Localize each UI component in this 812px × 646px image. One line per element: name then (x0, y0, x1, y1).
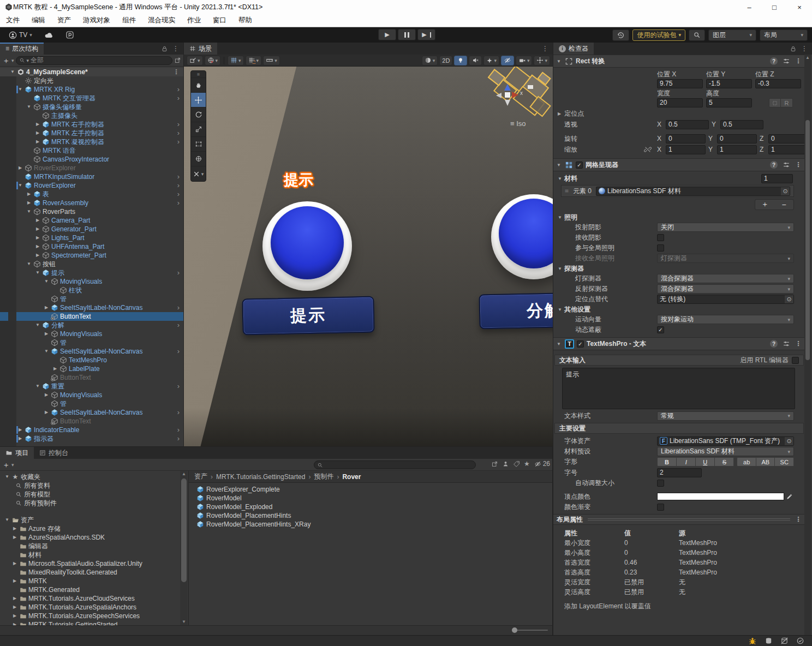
object-picker-icon[interactable]: ⊙ (781, 187, 790, 195)
rotation-z-field[interactable]: 0 (768, 134, 805, 143)
cloud-button[interactable] (40, 29, 58, 41)
menu-1[interactable]: 文件 (0, 14, 26, 27)
component-enabled-checkbox[interactable]: ✓ (577, 340, 584, 348)
file-item[interactable]: RoverModel_PlacementHints_XRay (189, 520, 552, 529)
foldout-arrow[interactable]: ▶ (34, 129, 41, 137)
folder-item[interactable]: ▶MRTK (0, 577, 180, 585)
foldout-arrow[interactable]: ▶ (25, 190, 33, 199)
hierarchy-item[interactable]: 柱状 (0, 286, 183, 295)
panel-menu-icon[interactable]: ⋮ (542, 45, 548, 52)
font-style-ab-button[interactable]: ab (737, 457, 756, 466)
hierarchy-item[interactable]: ▶Lights_Part (0, 234, 183, 242)
foldout-arrow[interactable]: ▼ (3, 516, 11, 524)
chevron-down-icon[interactable]: ▾ (201, 171, 204, 177)
foldout-arrow[interactable]: ▼ (3, 472, 11, 481)
material-object-field[interactable]: LiberationSans SDF 材料 ⊙ (596, 187, 790, 196)
folder-item[interactable]: 编辑器 (0, 542, 180, 551)
component-enabled-checkbox[interactable]: ✓ (576, 162, 583, 169)
pivot-y-field[interactable]: 0.5 (720, 120, 763, 129)
运动向量-dropdown[interactable]: 按对象运动▾ (657, 315, 794, 324)
hierarchy-item[interactable]: ▼SeeItSayItLabel-NonCanvas› (0, 347, 183, 356)
prefab-chevron-icon[interactable]: › (177, 120, 180, 129)
foldout-arrow[interactable]: ▶ (11, 577, 19, 585)
2d-mode-button[interactable]: 2D (439, 56, 452, 65)
menu-3[interactable]: 资产 (51, 14, 77, 27)
font-asset-field[interactable]: F LiberationSans SDF (TMP_Font 资产) ⊙ (657, 436, 794, 446)
hierarchy-item[interactable]: ▶MovingVisuals (0, 391, 183, 399)
shading-mode-button[interactable]: ▾ (422, 56, 438, 65)
hierarchy-item[interactable]: ▶表› (0, 190, 183, 199)
hidden-packages-toggle[interactable]: 26 (534, 460, 550, 468)
foldout-arrow[interactable]: ▼ (557, 59, 562, 64)
menu-8[interactable]: 窗口 (207, 14, 232, 27)
scene-button-hint[interactable] (262, 201, 352, 291)
hierarchy-item[interactable]: ▶指示器› (0, 434, 183, 443)
axis-gizmo[interactable]: x (495, 83, 523, 108)
scene-viewport[interactable]: 提示 分解 提示 x ≡ Iso ≡ (184, 67, 553, 446)
width-field[interactable]: 20 (657, 98, 703, 107)
foldout-arrow[interactable]: ▶ (11, 559, 19, 568)
foldout-arrow[interactable]: ▶ (34, 242, 41, 251)
灯探测器-dropdown[interactable]: 混合探测器▾ (657, 274, 794, 283)
folder-item[interactable]: ▶Microsoft.SpatialAudio.Spatializer.Unit… (0, 559, 180, 568)
layers-dropdown[interactable]: 图层 ▾ (708, 29, 756, 41)
favorites-item[interactable]: 所有模型 (0, 490, 180, 499)
material-element-row[interactable]: = 元素 0 LiberationSans SDF 材料 ⊙ (561, 185, 794, 197)
folder-item[interactable]: ▶Azure 存储 (0, 524, 180, 533)
foldout-arrow[interactable]: ▶ (16, 434, 24, 443)
remove-material-button[interactable]: − (774, 200, 793, 210)
foldout-arrow[interactable]: ▶ (16, 426, 24, 434)
hierarchy-item[interactable]: ButtonText (0, 312, 183, 321)
hierarchy-item[interactable]: ▼按钮 (0, 260, 183, 268)
prefab-chevron-icon[interactable]: › (177, 426, 180, 434)
component-menu-icon[interactable]: ⋮ (795, 57, 802, 65)
foldout-arrow[interactable]: ▶ (553, 111, 561, 116)
hierarchy-item[interactable]: ▼RoverExplorer› (0, 181, 183, 190)
hierarchy-scene-root[interactable]: ▼ 4_MySampleScene* ⋮ (0, 68, 183, 76)
foldout-arrow[interactable]: ▶ (43, 330, 50, 338)
section-header[interactable]: ▼探测器 (553, 264, 805, 273)
hierarchy-item[interactable]: ▶MRTK 右手控制器› (0, 120, 183, 129)
scene-menu-icon[interactable]: ⋮ (173, 68, 180, 76)
反射探测器-dropdown[interactable]: 混合探测器▾ (657, 284, 794, 294)
scene-audio-button[interactable] (469, 56, 482, 65)
foldout-arrow[interactable]: ▶ (11, 524, 19, 533)
close-button[interactable]: × (787, 0, 812, 14)
foldout-arrow[interactable]: ▼ (43, 347, 50, 356)
progress-check-icon[interactable] (796, 637, 804, 645)
component-menu-icon[interactable]: ⋮ (795, 340, 802, 348)
hierarchy-item[interactable]: ▶IndicatorEnable› (0, 426, 183, 434)
menu-9[interactable]: 帮助 (232, 14, 258, 27)
move-tool-button[interactable] (191, 93, 206, 107)
hierarchy-item[interactable]: ▼RoverParts (0, 207, 183, 216)
breadcrumb-segment[interactable]: MRTK.Tutorials.GettingStarted (216, 473, 305, 481)
project-search-input[interactable] (314, 460, 476, 469)
object-picker-icon[interactable]: ⊙ (785, 437, 793, 445)
font-style-u-button[interactable]: U (696, 457, 715, 466)
hierarchy-item[interactable]: ▼重置› (0, 382, 183, 391)
color-gradient-checkbox[interactable] (657, 504, 664, 511)
panel-menu-icon[interactable]: ⋮ (801, 45, 808, 52)
tab-scene[interactable]: 场景 (184, 43, 217, 55)
pivot-x-field[interactable]: 0.5 (666, 120, 709, 129)
menu-6[interactable]: 混合现实 (142, 14, 181, 27)
measure-tool-button[interactable]: ▾ (263, 56, 280, 65)
pos-x-field[interactable]: 9.75 (657, 79, 703, 88)
font-style-s-button[interactable]: S (715, 457, 734, 466)
create-asset-button[interactable]: ＋ (2, 461, 10, 469)
iso-mode-label[interactable]: ≡ Iso (510, 119, 526, 128)
account-button[interactable]: TV ▾ (4, 29, 37, 41)
file-item[interactable]: RoverExplorer_Complete (189, 485, 552, 494)
tab-project[interactable]: 项目 (0, 447, 34, 459)
gizmos-dropdown-button[interactable]: ▾ (534, 56, 550, 65)
breadcrumb-segment[interactable]: 资产 (194, 472, 207, 481)
接收阴影-checkbox[interactable] (657, 234, 664, 241)
prefab-chevron-icon[interactable]: › (177, 321, 180, 330)
file-item[interactable]: RoverModel_Exploded (189, 503, 552, 511)
scene-visibility-button[interactable] (501, 56, 514, 65)
foldout-arrow[interactable]: ▶ (11, 620, 19, 625)
hierarchy-item[interactable]: ▼提示› (0, 268, 183, 277)
panel-menu-icon[interactable]: ⋮ (172, 45, 179, 52)
file-item[interactable]: RoverModel (189, 494, 552, 503)
hierarchy-item[interactable]: 管 (0, 295, 183, 303)
